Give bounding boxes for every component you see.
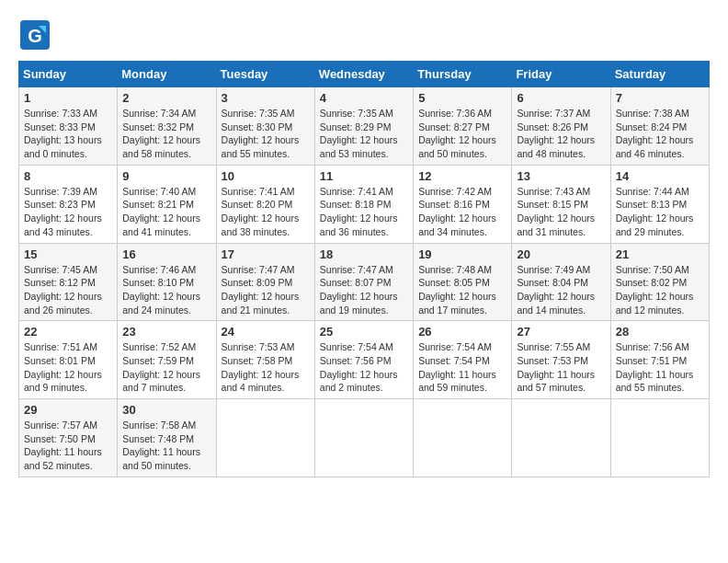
calendar-cell [512,399,610,477]
calendar-cell: 1Sunrise: 7:33 AMSunset: 8:33 PMDaylight… [19,87,118,166]
calendar-cell: 23Sunrise: 7:52 AMSunset: 7:59 PMDayligh… [118,321,216,399]
header-wednesday: Wednesday [314,62,413,87]
day-number: 4 [320,91,408,105]
calendar-cell: 19Sunrise: 7:48 AMSunset: 8:05 PMDayligh… [414,243,512,321]
calendar-cell [216,399,314,477]
day-number: 2 [122,91,210,105]
day-info: Sunrise: 7:35 AMSunset: 8:29 PMDaylight:… [320,107,408,161]
day-info: Sunrise: 7:52 AMSunset: 7:59 PMDaylight:… [122,340,210,395]
day-info: Sunrise: 7:51 AMSunset: 8:01 PMDaylight:… [24,340,112,395]
calendar-cell: 2Sunrise: 7:34 AMSunset: 8:32 PMDaylight… [118,87,216,166]
logo-icon: G [18,18,51,52]
day-number: 29 [24,403,112,417]
day-info: Sunrise: 7:38 AMSunset: 8:24 PMDaylight:… [616,107,704,161]
day-info: Sunrise: 7:57 AMSunset: 7:50 PMDaylight:… [24,419,112,473]
calendar-cell: 29Sunrise: 7:57 AMSunset: 7:50 PMDayligh… [19,399,118,477]
day-info: Sunrise: 7:35 AMSunset: 8:30 PMDaylight:… [222,107,310,161]
calendar-cell: 14Sunrise: 7:44 AMSunset: 8:13 PMDayligh… [610,165,709,243]
day-number: 9 [122,169,210,183]
calendar-cell: 18Sunrise: 7:47 AMSunset: 8:07 PMDayligh… [314,243,413,321]
header-monday: Monday [118,62,216,87]
calendar-cell: 3Sunrise: 7:35 AMSunset: 8:30 PMDaylight… [216,87,314,166]
day-info: Sunrise: 7:34 AMSunset: 8:32 PMDaylight:… [122,107,210,161]
day-info: Sunrise: 7:33 AMSunset: 8:33 PMDaylight:… [24,107,112,161]
header-friday: Friday [512,62,610,87]
calendar-week-row: 15Sunrise: 7:45 AMSunset: 8:12 PMDayligh… [19,243,710,321]
day-number: 25 [320,325,408,339]
day-number: 14 [616,169,704,183]
day-info: Sunrise: 7:49 AMSunset: 8:04 PMDaylight:… [517,263,605,317]
day-info: Sunrise: 7:48 AMSunset: 8:05 PMDaylight:… [418,263,506,317]
calendar-cell [610,399,709,477]
calendar-cell [414,399,512,477]
day-number: 30 [122,403,210,417]
header-tuesday: Tuesday [216,62,314,87]
day-number: 19 [418,247,506,261]
day-number: 16 [122,247,210,261]
calendar-cell [314,399,413,477]
calendar-week-row: 29Sunrise: 7:57 AMSunset: 7:50 PMDayligh… [19,399,710,477]
calendar-cell: 13Sunrise: 7:43 AMSunset: 8:15 PMDayligh… [512,165,610,243]
day-number: 24 [222,325,310,339]
day-number: 22 [24,325,112,339]
calendar-week-row: 22Sunrise: 7:51 AMSunset: 8:01 PMDayligh… [19,321,710,399]
calendar-cell: 17Sunrise: 7:47 AMSunset: 8:09 PMDayligh… [216,243,314,321]
page-header: G [18,18,710,52]
day-info: Sunrise: 7:56 AMSunset: 7:51 PMDaylight:… [616,340,704,395]
day-number: 15 [24,247,112,261]
day-info: Sunrise: 7:54 AMSunset: 7:54 PMDaylight:… [418,340,506,395]
day-number: 1 [24,91,112,105]
calendar-cell: 6Sunrise: 7:37 AMSunset: 8:26 PMDaylight… [512,87,610,166]
day-info: Sunrise: 7:42 AMSunset: 8:16 PMDaylight:… [418,185,506,239]
calendar-cell: 5Sunrise: 7:36 AMSunset: 8:27 PMDaylight… [414,87,512,166]
calendar-cell: 16Sunrise: 7:46 AMSunset: 8:10 PMDayligh… [118,243,216,321]
calendar-cell: 21Sunrise: 7:50 AMSunset: 8:02 PMDayligh… [610,243,709,321]
day-info: Sunrise: 7:41 AMSunset: 8:20 PMDaylight:… [222,185,310,239]
header-saturday: Saturday [610,62,709,87]
day-info: Sunrise: 7:44 AMSunset: 8:13 PMDaylight:… [616,185,704,239]
calendar-cell: 26Sunrise: 7:54 AMSunset: 7:54 PMDayligh… [414,321,512,399]
day-number: 23 [122,325,210,339]
day-info: Sunrise: 7:37 AMSunset: 8:26 PMDaylight:… [517,107,605,161]
day-number: 20 [517,247,605,261]
day-info: Sunrise: 7:46 AMSunset: 8:10 PMDaylight:… [122,263,210,317]
calendar-cell: 10Sunrise: 7:41 AMSunset: 8:20 PMDayligh… [216,165,314,243]
svg-text:G: G [28,26,42,46]
calendar-cell: 28Sunrise: 7:56 AMSunset: 7:51 PMDayligh… [610,321,709,399]
day-info: Sunrise: 7:47 AMSunset: 8:09 PMDaylight:… [222,263,310,317]
day-number: 12 [418,169,506,183]
day-number: 21 [616,247,704,261]
day-number: 13 [517,169,605,183]
calendar-body: 1Sunrise: 7:33 AMSunset: 8:33 PMDaylight… [19,87,710,477]
day-info: Sunrise: 7:55 AMSunset: 7:53 PMDaylight:… [517,340,605,395]
day-info: Sunrise: 7:54 AMSunset: 7:56 PMDaylight:… [320,340,408,395]
calendar-cell: 30Sunrise: 7:58 AMSunset: 7:48 PMDayligh… [118,399,216,477]
day-number: 10 [222,169,310,183]
day-number: 6 [517,91,605,105]
day-number: 26 [418,325,506,339]
day-info: Sunrise: 7:53 AMSunset: 7:58 PMDaylight:… [222,340,310,395]
calendar-table: Sunday Monday Tuesday Wednesday Thursday… [18,61,710,477]
day-info: Sunrise: 7:36 AMSunset: 8:27 PMDaylight:… [418,107,506,161]
day-info: Sunrise: 7:47 AMSunset: 8:07 PMDaylight:… [320,263,408,317]
day-info: Sunrise: 7:39 AMSunset: 8:23 PMDaylight:… [24,185,112,239]
day-number: 7 [616,91,704,105]
calendar-cell: 8Sunrise: 7:39 AMSunset: 8:23 PMDaylight… [19,165,118,243]
day-info: Sunrise: 7:43 AMSunset: 8:15 PMDaylight:… [517,185,605,239]
day-number: 18 [320,247,408,261]
header-thursday: Thursday [414,62,512,87]
calendar-cell: 4Sunrise: 7:35 AMSunset: 8:29 PMDaylight… [314,87,413,166]
day-number: 5 [418,91,506,105]
day-info: Sunrise: 7:41 AMSunset: 8:18 PMDaylight:… [320,185,408,239]
logo: G [18,18,57,52]
calendar-cell: 9Sunrise: 7:40 AMSunset: 8:21 PMDaylight… [118,165,216,243]
calendar-cell: 25Sunrise: 7:54 AMSunset: 7:56 PMDayligh… [314,321,413,399]
calendar-cell: 12Sunrise: 7:42 AMSunset: 8:16 PMDayligh… [414,165,512,243]
calendar-header-row: Sunday Monday Tuesday Wednesday Thursday… [19,62,710,87]
calendar-cell: 15Sunrise: 7:45 AMSunset: 8:12 PMDayligh… [19,243,118,321]
calendar-week-row: 1Sunrise: 7:33 AMSunset: 8:33 PMDaylight… [19,87,710,166]
calendar-cell: 7Sunrise: 7:38 AMSunset: 8:24 PMDaylight… [610,87,709,166]
calendar-cell: 11Sunrise: 7:41 AMSunset: 8:18 PMDayligh… [314,165,413,243]
calendar-cell: 27Sunrise: 7:55 AMSunset: 7:53 PMDayligh… [512,321,610,399]
day-number: 17 [222,247,310,261]
